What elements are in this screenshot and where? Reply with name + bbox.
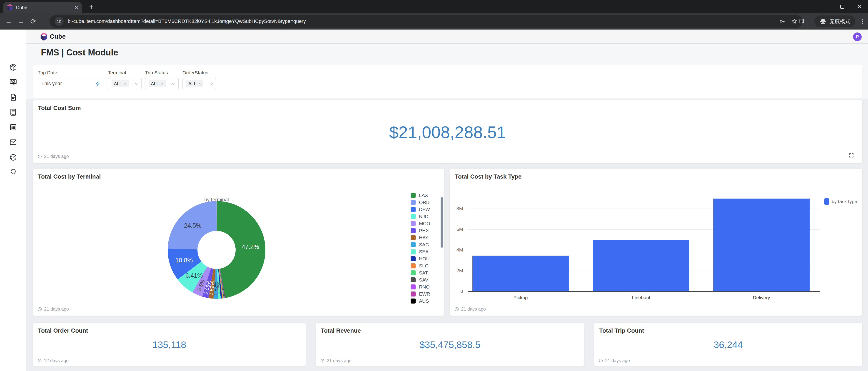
- y-axis-tick: 0: [451, 288, 463, 294]
- legend-label: by task type: [832, 199, 857, 204]
- browser-toolbar: ← → ⟳ bi-cube.item.com/dashboardItem?det…: [0, 13, 868, 30]
- sidebar-item-reports[interactable]: [9, 108, 18, 117]
- legend-item-RNO[interactable]: RNO: [411, 283, 430, 290]
- legend-item-DFW[interactable]: DFW: [411, 206, 430, 213]
- legend-label: ORD: [419, 200, 430, 205]
- site-settings-icon[interactable]: [55, 17, 64, 26]
- bar-Linehaul: [593, 240, 689, 291]
- legend-swatch: [825, 198, 829, 205]
- legend-item-EWR[interactable]: EWR: [411, 290, 430, 298]
- incognito-badge[interactable]: 无痕模式: [814, 16, 855, 27]
- back-button[interactable]: ←: [4, 17, 13, 26]
- order-status-select[interactable]: ALL×: [182, 78, 216, 89]
- legend-item-NJC[interactable]: NJC: [411, 213, 430, 220]
- new-tab-button[interactable]: +: [87, 2, 96, 11]
- trip-date-input[interactable]: This year: [38, 78, 104, 89]
- pie-label-ORD: 24.5%: [184, 222, 202, 229]
- legend-label: EWR: [419, 291, 430, 297]
- legend-item-SLC[interactable]: SLC: [411, 262, 430, 269]
- legend-swatch: [411, 207, 415, 212]
- legend-swatch: [411, 214, 415, 219]
- legend-swatch: [411, 270, 415, 275]
- incognito-label: 无痕模式: [829, 18, 850, 25]
- legend-label: SAC: [419, 242, 429, 247]
- legend-label: MCO: [419, 221, 430, 226]
- legend-item-SEA[interactable]: SEA: [411, 248, 430, 255]
- y-axis-tick: 4M: [451, 247, 463, 253]
- sidebar-item-insights[interactable]: [9, 168, 18, 177]
- terminal-select[interactable]: ALL×: [108, 78, 142, 89]
- history-clock-icon: [37, 307, 42, 311]
- legend-item-SAT[interactable]: SAT: [411, 269, 430, 276]
- user-avatar[interactable]: P: [853, 32, 862, 41]
- brand[interactable]: Cube: [40, 32, 66, 41]
- legend-label: RNO: [419, 284, 430, 290]
- remove-tag-icon[interactable]: ×: [124, 81, 127, 86]
- forward-button[interactable]: →: [16, 17, 26, 26]
- legend-label: SAT: [419, 270, 428, 276]
- legend-swatch: [411, 221, 415, 226]
- legend-item-ORD[interactable]: ORD: [411, 199, 430, 206]
- restore-icon: [840, 5, 844, 9]
- legend-label: SLC: [419, 263, 428, 269]
- legend-item-SAC[interactable]: SAC: [411, 241, 430, 248]
- legend-swatch: [411, 291, 415, 297]
- browser-tab-cube[interactable]: Cube ×: [3, 2, 82, 13]
- x-axis-label: Linehaul: [593, 295, 689, 300]
- browser-menu-icon[interactable]: ⋮: [859, 18, 865, 25]
- search-tabs-icon[interactable]: [799, 18, 806, 25]
- pie-label-DFW: 10.8%: [176, 257, 193, 264]
- legend-item-MCO[interactable]: MCO: [411, 220, 430, 227]
- chevron-down-icon: [135, 81, 138, 85]
- last-updated: 21 days ago: [599, 358, 630, 363]
- history-clock-icon: [320, 359, 325, 363]
- sidebar-item-cube[interactable]: [9, 63, 18, 71]
- card-title: Total Order Count: [38, 327, 88, 334]
- last-updated: 12 days ago: [37, 358, 69, 363]
- sidebar-item-sql-console[interactable]: SQL: [9, 78, 18, 87]
- legend-item-SAV[interactable]: SAV: [411, 276, 430, 283]
- quick-range-bolt-icon[interactable]: [95, 81, 101, 86]
- page-title: FMS | Cost Module: [41, 48, 118, 58]
- reload-button[interactable]: ⟳: [28, 17, 38, 26]
- history-clock-icon: [455, 307, 459, 311]
- tab-close-icon[interactable]: ×: [74, 4, 78, 11]
- legend-scrollbar[interactable]: [441, 197, 443, 248]
- legend-item-HAY[interactable]: HAY: [411, 234, 430, 241]
- window-minimize-button[interactable]: —: [816, 0, 833, 13]
- legend-item-AUS[interactable]: AUS: [411, 298, 430, 304]
- password-key-icon[interactable]: [779, 18, 785, 25]
- history-clock-icon: [599, 359, 603, 363]
- total-trip-count-value: 36,244: [594, 339, 862, 350]
- bar-legend[interactable]: by task type: [825, 198, 857, 205]
- legend-item-LAX[interactable]: LAX: [411, 192, 430, 199]
- total-order-count-card: Total Order Count 135,118 12 days ago: [33, 322, 306, 367]
- bookmark-star-icon[interactable]: [791, 18, 798, 25]
- legend-swatch: [411, 235, 415, 240]
- remove-tag-icon[interactable]: ×: [161, 81, 164, 86]
- x-axis-label: Delivery: [713, 295, 810, 300]
- filters-panel: Trip Date Terminal Trip Status OrderStat…: [33, 65, 862, 98]
- remove-tag-icon[interactable]: ×: [198, 81, 201, 86]
- app-sidebar: SQL: [0, 30, 26, 371]
- total-cost-by-terminal-card: Total Cost by Terminal by terminal 47.2%…: [33, 168, 444, 316]
- svg-text:SQL: SQL: [11, 80, 16, 83]
- filter-label-trip-date: Trip Date: [38, 70, 57, 75]
- legend-item-HOU[interactable]: HOU: [411, 255, 430, 262]
- x-axis-label: Pickup: [472, 295, 569, 300]
- sidebar-item-list[interactable]: [9, 123, 18, 131]
- toolbar-divider: [810, 18, 810, 25]
- last-updated: 21 days ago: [37, 307, 69, 312]
- window-close-button[interactable]: ✕: [851, 0, 868, 13]
- sidebar-item-dashboard[interactable]: [9, 153, 18, 161]
- filter-label-trip-status: Trip Status: [145, 70, 168, 75]
- legend-item-PHX[interactable]: PHX: [411, 227, 430, 234]
- address-bar[interactable]: bi-cube.item.com/dashboardItem?detail=BT…: [50, 15, 803, 28]
- url-text: bi-cube.item.com/dashboardItem?detail=BT…: [68, 19, 773, 24]
- sidebar-item-documents[interactable]: [9, 93, 18, 101]
- window-restore-button[interactable]: [833, 0, 851, 13]
- y-axis-tick: 2M: [451, 268, 463, 273]
- sidebar-item-mail[interactable]: [9, 138, 18, 147]
- expand-icon[interactable]: [849, 153, 854, 158]
- trip-status-select[interactable]: ALL×: [145, 78, 179, 89]
